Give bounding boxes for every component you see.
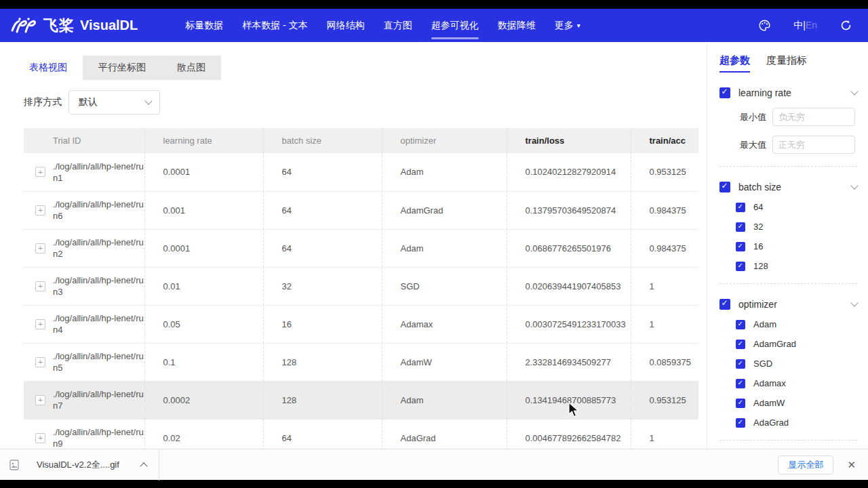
option-checkbox[interactable]: [736, 399, 745, 408]
option-label: Adamax: [753, 378, 786, 388]
trial-id-cell: ./log/allin/all/hp-lenet/run3: [53, 274, 144, 298]
optimizer-cell: AdaGrad: [382, 419, 507, 449]
nav-menu: 标量数据 样本数据 - 文本 网络结构 直方图 超参可视化: [176, 9, 589, 42]
train-acc-cell: 1: [631, 419, 698, 449]
option-checkbox[interactable]: [736, 418, 745, 428]
nav-item[interactable]: 更多 ▾: [545, 9, 590, 42]
expand-row-icon[interactable]: +: [35, 281, 45, 291]
table-row: + ./log/allin/all/hp-lenet/run4 0.05 16 …: [24, 305, 698, 343]
divider: [719, 283, 857, 284]
expand-row-icon[interactable]: +: [35, 395, 45, 405]
expand-row-icon[interactable]: +: [35, 319, 45, 329]
optimizer-group-label: optimizer: [738, 299, 777, 310]
option-checkbox[interactable]: [736, 379, 745, 388]
nav-item[interactable]: 直方图: [374, 9, 422, 42]
train-acc-cell: 0.953125: [631, 381, 698, 419]
min-value-input[interactable]: [772, 108, 855, 126]
expand-row-icon[interactable]: +: [35, 243, 45, 253]
nav-item[interactable]: 标量数据: [176, 9, 233, 42]
optimizer-cell: Adamax: [382, 305, 507, 343]
train-loss-cell: 0.0686776265501976: [507, 229, 631, 267]
theme-palette-icon[interactable]: [759, 20, 770, 31]
show-all-downloads-button[interactable]: 显示全部: [778, 455, 833, 474]
view-tab[interactable]: 表格视图: [14, 56, 83, 80]
expand-row-icon[interactable]: +: [35, 433, 45, 443]
option-checkbox[interactable]: [736, 340, 745, 349]
option-checkbox[interactable]: [736, 242, 745, 251]
trial-id-cell: ./log/allin/all/hp-lenet/run4: [53, 312, 144, 336]
sidebar-tab[interactable]: 度量指标: [766, 54, 807, 73]
batch-size-checkbox[interactable]: [719, 182, 730, 192]
learning-rate-cell: 0.0002: [144, 381, 263, 419]
sidebar-tab[interactable]: 超参数: [719, 54, 750, 73]
learning-rate-cell: 0.01: [144, 267, 263, 305]
chevron-down-icon[interactable]: [850, 182, 858, 189]
optimizer-checkbox[interactable]: [719, 299, 730, 310]
nav-item[interactable]: 网络结构: [317, 9, 374, 42]
nav-item[interactable]: 样本数据 - 文本: [233, 9, 317, 42]
optimizer-cell: Adam: [382, 229, 507, 267]
nav-item[interactable]: 超参可视化: [422, 9, 488, 42]
batch-size-option: 32: [736, 222, 857, 232]
view-tab[interactable]: 平行坐标图: [83, 56, 161, 80]
batch-size-cell: 16: [263, 305, 382, 343]
letterbox-bottom: [0, 480, 868, 488]
batch-size-options: 64 32 16 128: [719, 202, 857, 271]
close-shelf-icon[interactable]: ✕: [844, 456, 859, 474]
nav-item-label: 数据降维: [498, 20, 536, 32]
brand-cn: 飞桨: [43, 16, 75, 36]
main-panel: 表格视图 平行坐标图 散点图 排序方式 默认 Tria: [0, 42, 707, 449]
optimizer-cell: SGD: [382, 267, 507, 305]
nav-item-label: 更多: [555, 20, 574, 32]
optimizer-option: AdamGrad: [736, 339, 857, 349]
train-loss-cell: 2.3328146934509277: [507, 343, 631, 381]
table-row: + ./log/allin/all/hp-lenet/run7 0.0002 1…: [24, 381, 698, 419]
sidebar-tab-label: 度量指标: [766, 54, 807, 66]
language-toggle[interactable]: 中|En: [793, 20, 817, 32]
expand-row-icon[interactable]: +: [35, 357, 45, 367]
view-tab[interactable]: 散点图: [161, 56, 221, 80]
max-value-label: 最大值: [740, 139, 771, 151]
table-row: + ./log/allin/all/hp-lenet/run6 0.001 64…: [24, 191, 698, 229]
download-shelf: VisualDL-v2.2全....gif 显示全部 ✕: [0, 449, 868, 480]
optimizer-option: Adamax: [736, 378, 857, 388]
option-checkbox[interactable]: [736, 320, 745, 329]
train-acc-cell: 1: [631, 305, 698, 343]
learning-rate-checkbox[interactable]: [719, 87, 730, 98]
batch-size-cell: 128: [263, 381, 382, 419]
trial-id-cell: ./log/allin/all/hp-lenet/run6: [53, 199, 144, 222]
downloaded-file-item[interactable]: VisualDL-v2.2全....gif: [9, 459, 146, 471]
option-label: AdamGrad: [753, 339, 796, 349]
chevron-down-icon[interactable]: [850, 87, 858, 95]
top-navbar: 飞桨 VisualDL 标量数据 样本数据 - 文本 网络结构 直方图: [0, 9, 868, 42]
learning-rate-cell: 0.0001: [144, 153, 263, 191]
chevron-down-icon: ▾: [577, 22, 580, 29]
chevron-up-icon[interactable]: [140, 462, 147, 470]
sort-select[interactable]: 默认: [68, 90, 160, 115]
option-label: 16: [753, 241, 763, 251]
learning-rate-cell: 0.1: [144, 343, 263, 381]
view-tabs: 表格视图 平行坐标图 散点图: [14, 56, 707, 80]
expand-row-icon[interactable]: +: [35, 205, 45, 216]
trial-id-cell: ./log/allin/all/hp-lenet/run2: [53, 237, 144, 260]
chevron-down-icon: [144, 97, 152, 104]
option-checkbox[interactable]: [736, 222, 745, 232]
option-checkbox[interactable]: [736, 359, 745, 369]
brand-logo[interactable]: 飞桨 VisualDL: [11, 16, 138, 36]
trial-id-cell: ./log/allin/all/hp-lenet/run1: [53, 161, 144, 184]
expand-row-icon[interactable]: +: [35, 167, 45, 177]
nav-item[interactable]: 数据降维: [488, 9, 545, 42]
option-checkbox[interactable]: [736, 262, 745, 271]
sidebar-tab-label: 超参数: [719, 54, 750, 66]
table-header-row: Trial ID learning rate batch size optimi…: [24, 128, 698, 153]
optimizer-option: AdamW: [736, 398, 857, 408]
table-row: + ./log/allin/all/hp-lenet/run3 0.01 32 …: [24, 267, 698, 305]
option-label: AdamW: [753, 398, 785, 408]
train-acc-cell: 1: [631, 267, 698, 305]
chevron-down-icon[interactable]: [850, 299, 858, 306]
refresh-icon[interactable]: [840, 20, 852, 31]
view-tab-label: 表格视图: [29, 62, 67, 74]
option-checkbox[interactable]: [736, 203, 745, 212]
content-area: 表格视图 平行坐标图 散点图 排序方式 默认 Tria: [0, 42, 868, 449]
max-value-input[interactable]: [772, 136, 855, 154]
